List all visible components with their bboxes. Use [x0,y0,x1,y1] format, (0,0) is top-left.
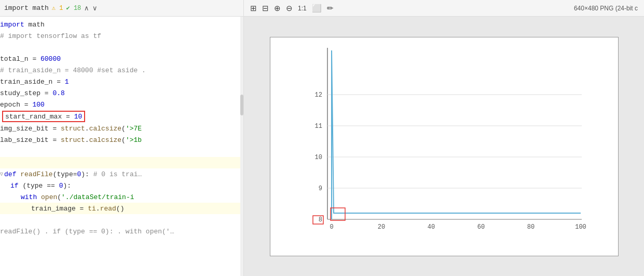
code-line-boxed: start_rand_max = 10 [2,111,85,122]
fit-window-btn[interactable]: ⬜ [312,4,322,13]
code-line-17: train_image = ti.read() [0,203,243,214]
code-line-2: # import tensorflow as tf [0,30,243,42]
code-line-10: img_size_bit = struct.calcsize('>7E [0,123,243,134]
chart-svg: 8 9 10 11 12 0 20 40 60 80 100 [302,43,592,240]
x-label-80: 80 [527,224,534,231]
y-label-12: 12 [314,91,322,99]
code-line-5: # train_aside_n = 48000 #set aside . [0,64,243,76]
spike-box [331,208,345,220]
image-panel: 8 9 10 11 12 0 20 40 60 80 100 [244,17,644,276]
warn-badge: ⚠ 1 [52,4,63,12]
nav-down-button[interactable]: ∨ [92,4,98,12]
code-line-15: if (type == 0): [0,180,243,191]
code-line-1: import math [0,19,243,30]
actual-size-btn[interactable]: 1:1 [298,5,307,12]
viewer-toolbar: ⊞ ⊟ ⊕ ⊖ 1:1 ⬜ ✏ 640×480 PNG (24-bit c [244,0,644,16]
code-line-4: total_n = 60000 [0,53,243,64]
grid-icon-btn[interactable]: ⊟ [262,4,269,13]
y-label-8: 8 [318,216,322,224]
img-info: 640×480 PNG (24-bit c [574,5,638,12]
zoom-out-btn[interactable]: ⊖ [286,4,293,13]
code-line-12 [0,146,243,157]
main-content: import math # import tensorflow as tf to… [0,17,644,276]
y-label-10: 10 [314,154,322,161]
code-line-6: train_aside_n = 1 [0,76,243,87]
x-label-20: 20 [377,224,385,231]
code-line-14: ▽ def readFile(type=0): # 0 is trai… [0,168,243,180]
code-scrollbar[interactable] [240,17,243,276]
ok-count: ✔ 18 [66,4,81,12]
x-label-60: 60 [477,224,484,231]
code-line-18 [0,214,243,226]
code-line-11: lab_size_bit = struct.calcsize('>1b [0,134,243,146]
y-label-11: 11 [314,123,322,130]
x-label-100: 100 [575,224,586,231]
code-line-19: readFile() . if (type == 0): . with open… [0,226,243,237]
code-file-label: import math [4,4,49,12]
eyedropper-btn[interactable]: ✏ [327,4,334,13]
x-label-40: 40 [427,224,434,231]
code-panel: import math # import tensorflow as tf to… [0,17,244,276]
y-label-9: 9 [318,185,322,192]
chart-wrapper: 8 9 10 11 12 0 20 40 60 80 100 [270,37,619,256]
code-scrollbar-thumb[interactable] [240,95,243,115]
code-line-8: epoch = 100 [0,99,243,110]
fit-icon-btn[interactable]: ⊞ [250,4,257,13]
code-line-16: with open('./dataSet/train-i [0,191,243,203]
code-line-7: study_step = 0.8 [0,87,243,99]
code-line-13 [0,157,243,168]
chart-line [332,50,581,219]
zoom-in-btn[interactable]: ⊕ [274,4,281,13]
code-line-3 [0,42,243,53]
code-editor: import math # import tensorflow as tf to… [0,17,243,276]
top-bar: import math ⚠ 1 ✔ 18 ∧ ∨ ⊞ ⊟ ⊕ ⊖ 1:1 ⬜ ✏… [0,0,644,17]
x-label-0: 0 [330,224,333,231]
code-toolbar: import math ⚠ 1 ✔ 18 ∧ ∨ [0,0,244,16]
nav-up-button[interactable]: ∧ [84,4,89,12]
